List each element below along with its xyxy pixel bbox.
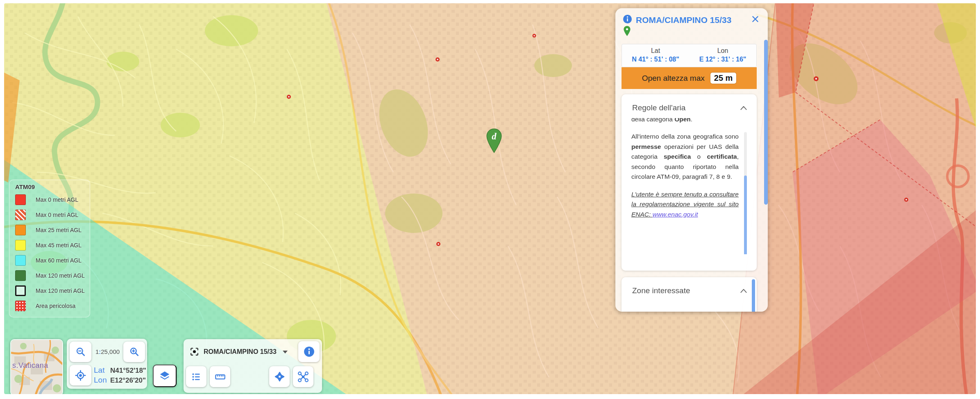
zone-selector-panel: ROMA/CIAMPINO 15/33 — [184, 339, 322, 393]
pin-letter: d — [492, 131, 497, 141]
base-map[interactable] — [4, 3, 976, 394]
zones-scrollbar[interactable] — [752, 279, 755, 312]
info-circle-icon — [304, 346, 315, 357]
rules-text-segment: della categoria — [631, 118, 674, 123]
legend-item-label: Max 120 metri AGL — [36, 272, 85, 279]
air-rules-card: Regole dell'aria della categoria Open.Al… — [622, 94, 757, 271]
open-altitude-value: 25 m — [710, 73, 737, 84]
lon-label: Lon — [94, 375, 110, 385]
info-circle-icon — [623, 14, 632, 24]
rules-scroll-area[interactable]: della categoria Open.All'interno della z… — [631, 118, 748, 254]
legend-swatch — [15, 270, 26, 281]
rules-text-segment: permesse — [631, 143, 661, 150]
zone-selector-label: ROMA/CIAMPINO 15/33 — [204, 348, 277, 356]
legend-item: Max 25 metri AGL — [15, 224, 90, 235]
legend-item: Area pericolosa — [15, 300, 90, 311]
affected-zones-card: Zone interessate — [622, 277, 757, 312]
zoom-position-panel: 1:25,000 LatN41°52'18" LonE12°26'20" — [67, 339, 147, 389]
scale-prefix: 1 — [95, 348, 99, 355]
rules-scrollbar-thumb[interactable] — [744, 176, 747, 254]
map-viewport: d ATM09 Max 0 metri AGL Max 0 metri AGL … — [4, 3, 976, 394]
legend-item-label: Max 60 metri AGL — [36, 257, 82, 264]
legend-rows: Max 0 metri AGL Max 0 metri AGL Max 25 m… — [15, 194, 90, 311]
rules-text-segment: All'interno della zona geografica sono — [631, 133, 739, 140]
scale-value: 25,000 — [101, 348, 120, 355]
dpad-cross-button[interactable] — [269, 366, 290, 387]
lon-value: E12°26'20" — [110, 376, 146, 384]
rules-paragraph: L'utente è sempre tenuto a consultare la… — [631, 189, 739, 219]
chevron-up-icon — [740, 288, 748, 294]
legend-item-label: Max 25 metri AGL — [36, 227, 82, 233]
airspace-zones — [4, 3, 976, 394]
zone-list-button[interactable] — [186, 366, 206, 387]
legend-item-label: Max 0 metri AGL — [36, 212, 78, 218]
caret-down-icon — [282, 350, 288, 354]
lon-column: Lon E 12° : 31' : 16" — [689, 44, 756, 67]
locate-icon — [75, 370, 86, 381]
air-rules-title: Regole dell'aria — [632, 103, 685, 112]
chevron-up-icon — [740, 105, 748, 111]
zoom-in-button[interactable] — [123, 342, 145, 362]
legend-item: Max 45 metri AGL — [15, 239, 90, 251]
legend-title: ATM09 — [15, 183, 90, 190]
legend-swatch — [15, 255, 26, 266]
map-scale: 1:25,000 — [92, 348, 123, 355]
open-altitude-label: Open altezza max — [642, 74, 705, 83]
rules-text-segment: o — [691, 153, 707, 160]
legend-item-label: Max 45 metri AGL — [36, 242, 82, 249]
rules-scrollbar-track — [744, 132, 747, 254]
enac-link[interactable]: www.enac.gov.it — [653, 211, 698, 218]
legend-swatch — [15, 285, 26, 296]
measure-ruler-button[interactable] — [210, 366, 230, 387]
legend-item-label: Max 0 metri AGL — [36, 196, 78, 203]
rules-text: della categoria Open.All'interno della z… — [631, 118, 739, 227]
target-focus-icon — [189, 347, 200, 357]
cursor-lat-row: LatN41°52'18" — [94, 365, 146, 375]
layers-button[interactable] — [153, 365, 177, 387]
map-world: d ATM09 Max 0 metri AGL Max 0 metri AGL … — [4, 3, 976, 394]
legend-item: Max 0 metri AGL — [15, 194, 90, 205]
rules-text-segment: Open — [674, 118, 691, 123]
cursor-coordinates: LatN41°52'18" LonE12°26'20" — [94, 365, 146, 385]
selected-location-pin[interactable]: d — [485, 128, 503, 155]
panel-lat-value: N 41° : 51' : 08" — [622, 56, 689, 63]
legend: ATM09 Max 0 metri AGL Max 0 metri AGL Ma… — [9, 180, 90, 317]
minimap-label: s.Vaticana — [12, 361, 48, 370]
coordinates-box: Lat N 41° : 51' : 08" Lon E 12° : 31' : … — [622, 44, 757, 67]
overview-minimap[interactable]: s.Vaticana — [10, 339, 63, 394]
drone-icon — [297, 371, 309, 383]
lat-value: N41°52'18" — [110, 367, 146, 374]
rules-text-segment: . — [691, 118, 692, 123]
affected-zones-header[interactable]: Zone interessate — [622, 277, 757, 295]
lat-column: Lat N 41° : 51' : 08" — [622, 44, 689, 67]
map-pin-icon — [623, 25, 631, 37]
rules-paragraph: All'interno della zona geografica sono p… — [631, 132, 739, 182]
layers-icon — [159, 370, 171, 382]
zoom-in-icon — [129, 347, 140, 357]
legend-swatch — [15, 194, 26, 205]
zone-info-button[interactable] — [298, 341, 320, 362]
air-rules-header[interactable]: Regole dell'aria — [622, 94, 757, 112]
zone-selector-dropdown[interactable]: ROMA/CIAMPINO 15/33 — [189, 347, 288, 357]
rules-text-segment: certificata — [707, 153, 737, 160]
panel-scrollbar[interactable] — [764, 40, 768, 205]
open-altitude-banner: Open altezza max 25 m — [622, 67, 757, 89]
rules-text-segment: specifica — [664, 153, 691, 160]
legend-item: Max 0 metri AGL — [15, 209, 90, 220]
locate-button[interactable] — [70, 365, 91, 385]
affected-zones-title: Zone interessate — [632, 286, 690, 295]
lat-label: Lat — [94, 365, 110, 375]
legend-swatch — [15, 301, 26, 311]
page-frame: d ATM09 Max 0 metri AGL Max 0 metri AGL … — [0, 0, 980, 399]
zone-info-panel: ROMA/CIAMPINO 15/33 Lat N 41° : 51' : 08… — [615, 8, 768, 312]
drone-button[interactable] — [293, 366, 313, 387]
close-icon[interactable] — [751, 15, 760, 23]
list-icon — [191, 372, 202, 382]
legend-swatch — [15, 240, 26, 251]
zoom-out-button[interactable] — [70, 342, 91, 362]
legend-item-label: Area pericolosa — [36, 303, 75, 309]
legend-item: Max 60 metri AGL — [15, 255, 90, 266]
legend-swatch — [15, 210, 26, 220]
zoom-out-icon — [75, 347, 86, 357]
legend-item: Max 120 metri AGL — [15, 285, 90, 296]
